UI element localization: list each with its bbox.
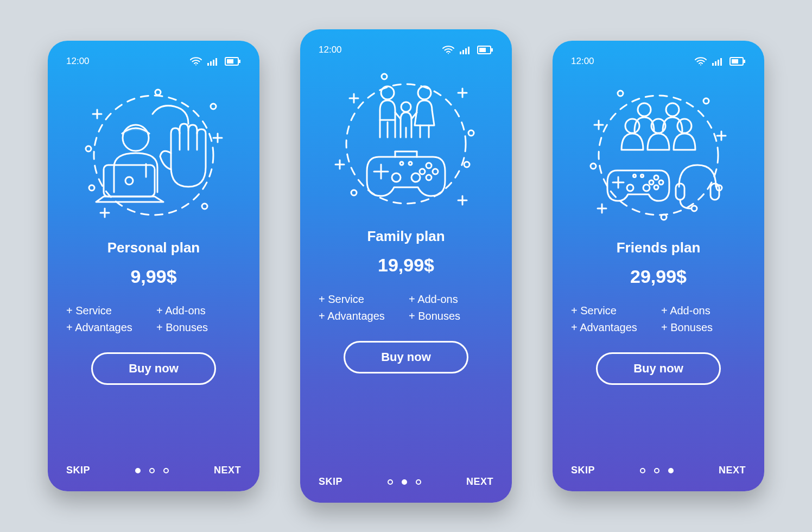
svg-point-95	[659, 180, 663, 185]
svg-rect-3	[213, 60, 214, 66]
phone-friends: 12:00	[553, 41, 764, 491]
svg-point-61	[392, 173, 401, 182]
svg-rect-2	[210, 61, 212, 66]
svg-point-82	[591, 163, 596, 169]
feature-addons: + Add-ons	[156, 305, 241, 317]
feature-service: + Service	[66, 305, 151, 317]
svg-point-94	[649, 180, 654, 185]
svg-point-42	[464, 162, 470, 167]
feature-advantages: + Advantages	[66, 321, 151, 334]
svg-point-85	[638, 103, 651, 116]
svg-point-59	[420, 169, 425, 174]
svg-point-89	[677, 119, 692, 133]
svg-point-80	[618, 91, 623, 96]
buy-now-button[interactable]: Buy now	[91, 352, 216, 385]
wifi-icon	[190, 57, 202, 66]
status-icons	[442, 46, 493, 54]
status-time: 12:00	[571, 56, 594, 67]
status-bar: 12:00	[571, 56, 746, 67]
bottom-nav: SKIP NEXT	[571, 465, 746, 476]
skip-button[interactable]: SKIP	[319, 476, 342, 487]
feature-advantages: + Advantages	[319, 310, 403, 322]
status-bar: 12:00	[66, 56, 241, 67]
dot-1[interactable]	[388, 479, 393, 485]
svg-rect-4	[215, 58, 217, 66]
bottom-nav: SKIP NEXT	[66, 465, 241, 476]
status-time: 12:00	[66, 56, 90, 67]
dot-3[interactable]	[668, 468, 674, 473]
next-button[interactable]: NEXT	[466, 476, 493, 487]
buy-now-button[interactable]: Buy now	[344, 341, 468, 373]
feature-bonuses: + Bonuses	[409, 310, 493, 322]
svg-point-60	[433, 169, 438, 174]
svg-point-93	[654, 185, 658, 189]
svg-point-47	[401, 102, 411, 112]
plan-title: Friends plan	[571, 239, 746, 256]
svg-point-86	[666, 103, 679, 116]
svg-rect-29	[491, 48, 493, 52]
svg-point-99	[641, 175, 644, 178]
skip-button[interactable]: SKIP	[66, 465, 90, 476]
features-grid: + Service + Add-ons + Advantages + Bonus…	[571, 305, 746, 334]
svg-point-0	[195, 65, 196, 66]
battery-icon	[729, 57, 746, 66]
svg-rect-100	[676, 183, 684, 200]
dot-1[interactable]	[640, 468, 645, 473]
battery-icon	[225, 57, 241, 66]
svg-point-19	[202, 204, 207, 209]
svg-point-73	[599, 96, 718, 215]
friends-icon	[582, 79, 734, 231]
svg-point-16	[211, 104, 216, 109]
next-button[interactable]: NEXT	[214, 465, 241, 476]
buy-now-button[interactable]: Buy now	[596, 352, 721, 385]
svg-point-43	[351, 190, 357, 195]
status-icons	[695, 57, 746, 66]
svg-rect-67	[715, 61, 716, 66]
dot-3[interactable]	[416, 479, 421, 485]
page-dots	[388, 479, 421, 485]
plan-price: 19,99$	[319, 255, 493, 276]
svg-rect-72	[732, 59, 738, 64]
svg-point-84	[661, 214, 667, 220]
feature-advantages: + Advantages	[571, 321, 656, 334]
svg-point-96	[627, 185, 633, 191]
dot-3[interactable]	[163, 468, 169, 473]
svg-point-63	[400, 162, 403, 165]
svg-rect-68	[718, 60, 719, 66]
next-button[interactable]: NEXT	[719, 465, 746, 476]
svg-rect-25	[462, 50, 464, 54]
feature-addons: + Add-ons	[661, 305, 746, 317]
family-icon	[330, 68, 482, 220]
svg-rect-7	[227, 59, 233, 64]
page-dots	[640, 468, 674, 473]
svg-point-92	[654, 175, 658, 180]
svg-rect-27	[468, 47, 470, 54]
svg-point-64	[409, 162, 412, 165]
skip-button[interactable]: SKIP	[571, 465, 595, 476]
plan-illustration	[571, 77, 746, 234]
status-time: 12:00	[319, 45, 342, 55]
plan-price: 9,99$	[66, 266, 241, 287]
svg-point-22	[125, 177, 133, 185]
svg-point-17	[86, 146, 91, 151]
svg-rect-6	[239, 60, 240, 63]
battery-icon	[477, 46, 493, 54]
svg-point-81	[703, 98, 709, 104]
svg-rect-66	[712, 63, 714, 66]
svg-rect-21	[104, 165, 155, 197]
signal-icon	[207, 57, 219, 66]
svg-rect-30	[479, 48, 486, 52]
svg-point-49	[418, 86, 431, 99]
page-dots	[135, 468, 169, 473]
feature-bonuses: + Bonuses	[156, 321, 241, 334]
dot-2[interactable]	[149, 468, 155, 473]
svg-point-23	[448, 53, 449, 54]
svg-rect-26	[465, 48, 467, 54]
plan-title: Personal plan	[66, 239, 241, 256]
dot-2[interactable]	[654, 468, 659, 473]
svg-rect-24	[460, 52, 461, 54]
features-grid: + Service + Add-ons + Advantages + Bonus…	[319, 293, 493, 322]
dot-2[interactable]	[402, 479, 407, 485]
dot-1[interactable]	[135, 468, 141, 473]
svg-point-87	[625, 119, 639, 133]
